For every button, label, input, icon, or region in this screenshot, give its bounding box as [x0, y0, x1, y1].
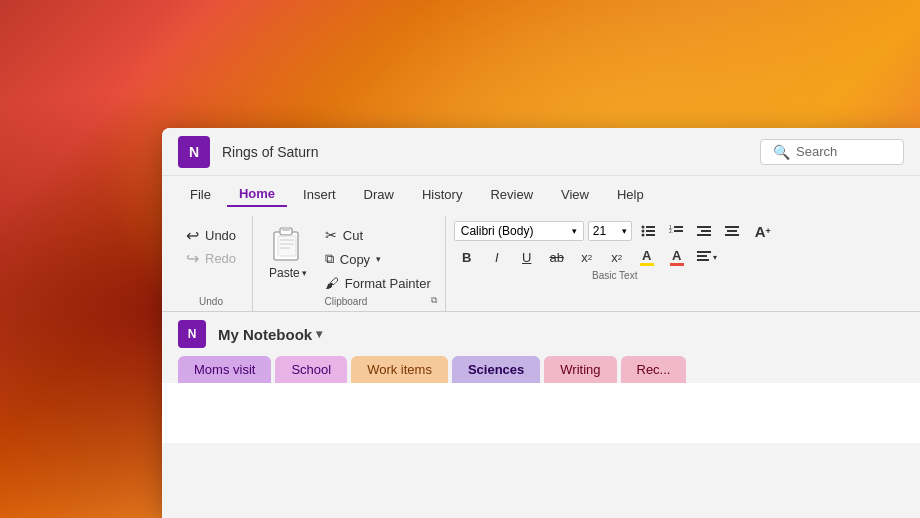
menu-review[interactable]: Review	[478, 183, 545, 206]
format-row: B I U ab x2 x2 A A	[454, 246, 776, 268]
menu-history[interactable]: History	[410, 183, 474, 206]
notebook-bar: N My Notebook ▾	[162, 312, 920, 348]
onenote-logo: N	[178, 136, 210, 168]
format-painter-icon: 🖌	[325, 275, 339, 291]
tab-rec[interactable]: Rec...	[621, 356, 687, 383]
notebook-chevron-icon: ▾	[316, 327, 322, 341]
svg-rect-12	[646, 234, 655, 236]
font-name-dropdown-icon: ▾	[572, 226, 577, 236]
menu-insert[interactable]: Insert	[291, 183, 348, 206]
copy-button[interactable]: ⧉ Copy ▾	[319, 248, 437, 270]
indent-increase-button[interactable]	[692, 220, 718, 242]
svg-rect-16	[674, 230, 683, 232]
list-buttons: 1.2.	[636, 220, 746, 242]
tab-school[interactable]: School	[275, 356, 347, 383]
clipboard-expand-icon[interactable]: ⧉	[431, 295, 437, 306]
font-row: Calibri (Body) ▾ 21 ▾ 1.2.	[454, 220, 776, 242]
svg-rect-3	[278, 236, 296, 256]
app-title: Rings of Saturn	[222, 144, 760, 160]
align-button[interactable]: ▾	[694, 246, 720, 268]
italic-button[interactable]: I	[484, 246, 510, 268]
svg-rect-14	[674, 226, 683, 228]
search-label: Search	[796, 144, 837, 159]
menu-bar: File Home Insert Draw History Review Vie…	[162, 176, 920, 212]
svg-rect-2	[282, 227, 290, 231]
tab-moms-visit[interactable]: Moms visit	[178, 356, 271, 383]
app-window: N Rings of Saturn 🔍 Search File Home Ins…	[162, 128, 920, 518]
title-bar: N Rings of Saturn 🔍 Search	[162, 128, 920, 176]
cut-icon: ✂	[325, 227, 337, 243]
svg-point-9	[641, 230, 644, 233]
svg-rect-21	[727, 230, 737, 232]
strikethrough-button[interactable]: ab	[544, 246, 570, 268]
undo-button[interactable]: ↩ Undo	[178, 224, 244, 247]
format-painter-button[interactable]: 🖌 Format Painter	[319, 272, 437, 294]
copy-dropdown-icon: ▾	[376, 254, 381, 264]
highlight-color-button[interactable]: A	[634, 246, 660, 268]
undo-icon: ↩	[186, 226, 199, 245]
font-size-select[interactable]: 21 ▾	[588, 221, 632, 241]
undo-group: ↩ Undo ↪ Redo Undo	[170, 216, 253, 311]
svg-rect-24	[697, 255, 707, 257]
svg-text:2.: 2.	[669, 228, 673, 234]
align-dropdown-icon: ▾	[713, 253, 717, 262]
notebook-title[interactable]: My Notebook ▾	[218, 326, 322, 343]
tab-writing[interactable]: Writing	[544, 356, 616, 383]
font-size-dropdown-icon: ▾	[622, 226, 627, 236]
svg-rect-22	[725, 234, 739, 236]
copy-icon: ⧉	[325, 251, 334, 267]
search-box[interactable]: 🔍 Search	[760, 139, 904, 165]
paste-button[interactable]: Paste ▾	[261, 220, 315, 284]
menu-draw[interactable]: Draw	[352, 183, 406, 206]
numbered-list-button[interactable]: 1.2.	[664, 220, 690, 242]
paste-dropdown-icon: ▾	[302, 268, 307, 278]
increase-font-size-button[interactable]: A+	[750, 220, 776, 242]
redo-button[interactable]: ↪ Redo	[178, 247, 244, 270]
basic-text-group-label: Basic Text	[454, 268, 776, 281]
ribbon: ↩ Undo ↪ Redo Undo	[162, 212, 920, 312]
svg-rect-19	[697, 234, 711, 236]
basic-text-group: Calibri (Body) ▾ 21 ▾ 1.2.	[446, 216, 784, 311]
font-color-button[interactable]: A	[664, 246, 690, 268]
svg-rect-10	[646, 230, 655, 232]
underline-button[interactable]: U	[514, 246, 540, 268]
tab-work-items[interactable]: Work items	[351, 356, 448, 383]
svg-rect-18	[701, 230, 711, 232]
clipboard-group-label: Clipboard	[261, 294, 431, 307]
bullet-list-button[interactable]	[636, 220, 662, 242]
svg-rect-17	[697, 226, 711, 228]
bold-button[interactable]: B	[454, 246, 480, 268]
svg-rect-20	[725, 226, 739, 228]
paste-icon	[270, 224, 306, 266]
paste-area: Paste ▾	[261, 220, 315, 294]
undo-group-label: Undo	[178, 294, 244, 307]
svg-rect-8	[646, 226, 655, 228]
svg-rect-23	[697, 251, 711, 253]
undo-redo-buttons: ↩ Undo ↪ Redo	[178, 220, 244, 274]
menu-home[interactable]: Home	[227, 182, 287, 207]
basic-text-content: Calibri (Body) ▾ 21 ▾ 1.2.	[454, 220, 776, 268]
svg-rect-25	[697, 259, 709, 261]
content-area	[162, 383, 920, 443]
search-icon: 🔍	[773, 144, 790, 160]
menu-file[interactable]: File	[178, 183, 223, 206]
font-name-select[interactable]: Calibri (Body) ▾	[454, 221, 584, 241]
indent-decrease-button[interactable]	[720, 220, 746, 242]
menu-help[interactable]: Help	[605, 183, 656, 206]
subscript-button[interactable]: x2	[574, 246, 600, 268]
menu-view[interactable]: View	[549, 183, 601, 206]
svg-point-11	[641, 234, 644, 237]
notebook-icon: N	[178, 320, 206, 348]
tabs-row: Moms visit School Work items Sciences Wr…	[162, 348, 920, 383]
clipboard-actions: ✂ Cut ⧉ Copy ▾ 🖌 Format Painter	[319, 220, 437, 294]
tab-sciences[interactable]: Sciences	[452, 356, 540, 383]
clipboard-group: Paste ▾ ✂ Cut ⧉ Copy ▾	[253, 216, 446, 311]
redo-icon: ↪	[186, 249, 199, 268]
cut-button[interactable]: ✂ Cut	[319, 224, 437, 246]
svg-point-7	[641, 226, 644, 229]
superscript-button[interactable]: x2	[604, 246, 630, 268]
clipboard-content: Paste ▾ ✂ Cut ⧉ Copy ▾	[261, 220, 437, 294]
